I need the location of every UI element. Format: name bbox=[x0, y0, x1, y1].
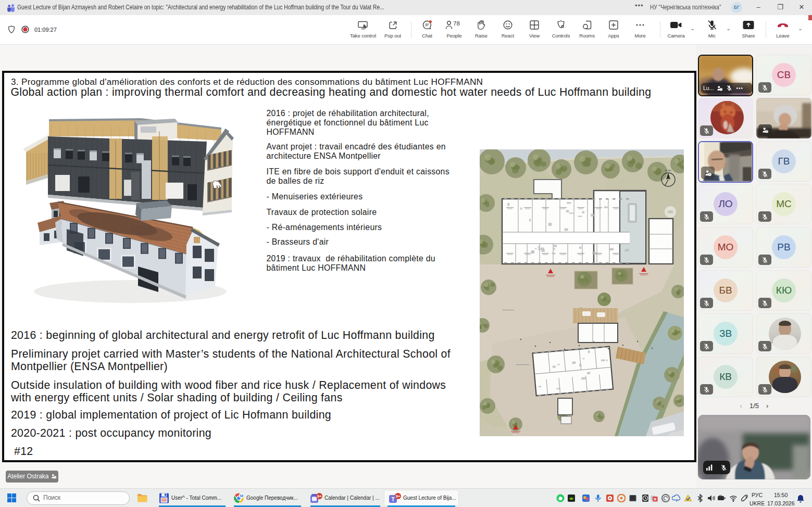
svg-text:78: 78 bbox=[453, 20, 460, 27]
svg-text:!: ! bbox=[55, 476, 55, 479]
svg-text:NORD: NORD bbox=[665, 169, 671, 172]
svg-text:9+: 9+ bbox=[317, 494, 322, 499]
svg-text:M: M bbox=[240, 493, 243, 498]
svg-text:T: T bbox=[391, 497, 394, 502]
svg-text:!: ! bbox=[709, 173, 710, 176]
svg-text:?: ? bbox=[766, 130, 767, 133]
svg-text:9+: 9+ bbox=[396, 494, 401, 499]
